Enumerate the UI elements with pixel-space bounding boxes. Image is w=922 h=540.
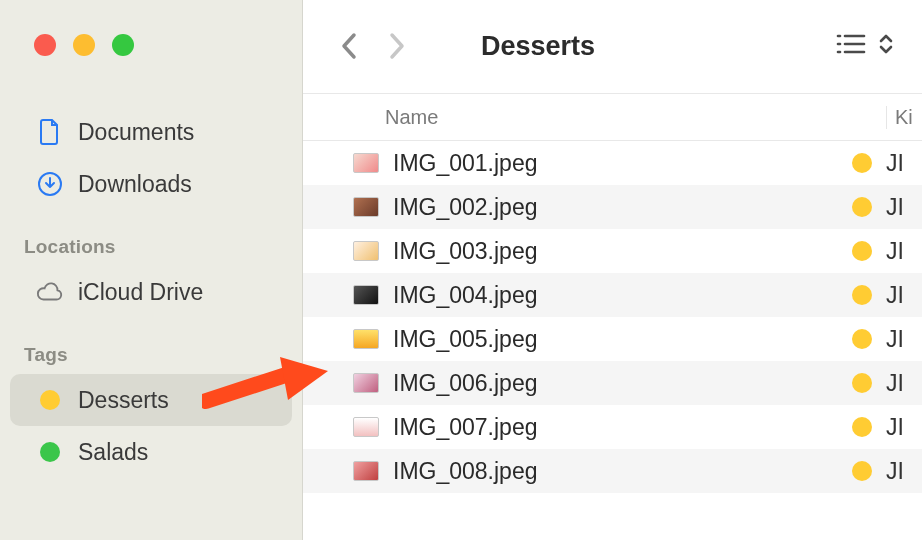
sidebar-item-downloads[interactable]: Downloads	[10, 158, 292, 210]
file-row[interactable]: IMG_003.jpeg JI	[303, 229, 922, 273]
chevron-updown-icon	[878, 32, 894, 60]
toolbar: Desserts	[303, 0, 922, 93]
file-name: IMG_001.jpeg	[393, 150, 852, 177]
file-row[interactable]: IMG_005.jpeg JI	[303, 317, 922, 361]
sidebar-tag-desserts[interactable]: Desserts	[10, 374, 292, 426]
column-header-kind[interactable]: Ki	[886, 106, 922, 129]
tag-dot-icon	[36, 438, 64, 466]
file-name: IMG_008.jpeg	[393, 458, 852, 485]
file-kind: JI	[886, 194, 922, 221]
thumbnail-icon	[353, 153, 379, 173]
forward-button[interactable]	[379, 26, 415, 66]
file-row[interactable]: IMG_001.jpeg JI	[303, 141, 922, 185]
tag-dot-icon	[852, 241, 872, 261]
window-title: Desserts	[481, 31, 595, 62]
file-row[interactable]: IMG_006.jpeg JI	[303, 361, 922, 405]
file-name: IMG_007.jpeg	[393, 414, 852, 441]
file-name: IMG_002.jpeg	[393, 194, 852, 221]
file-kind: JI	[886, 150, 922, 177]
main-pane: Desserts Name Ki IMG_001.jpeg JI	[303, 0, 922, 540]
file-kind: JI	[886, 414, 922, 441]
tag-dot-icon	[852, 285, 872, 305]
thumbnail-icon	[353, 329, 379, 349]
sidebar-item-label: Salads	[78, 439, 148, 466]
thumbnail-icon	[353, 373, 379, 393]
finder-window: Documents Downloads Locations iCloud Dri…	[0, 0, 922, 540]
thumbnail-icon	[353, 197, 379, 217]
sidebar-item-label: Documents	[78, 119, 194, 146]
column-header-name[interactable]: Name	[303, 106, 886, 129]
sidebar-item-label: Downloads	[78, 171, 192, 198]
download-icon	[36, 170, 64, 198]
thumbnail-icon	[353, 417, 379, 437]
sidebar-item-documents[interactable]: Documents	[10, 106, 292, 158]
tag-dot-icon	[852, 153, 872, 173]
sidebar-item-label: iCloud Drive	[78, 279, 203, 306]
file-kind: JI	[886, 370, 922, 397]
file-row[interactable]: IMG_002.jpeg JI	[303, 185, 922, 229]
list-view-icon	[836, 33, 866, 59]
tag-dot-icon	[852, 329, 872, 349]
file-kind: JI	[886, 326, 922, 353]
file-kind: JI	[886, 458, 922, 485]
sidebar-heading-locations: Locations	[0, 236, 302, 266]
thumbnail-icon	[353, 241, 379, 261]
file-row[interactable]: IMG_007.jpeg JI	[303, 405, 922, 449]
close-window-button[interactable]	[34, 34, 56, 56]
chevron-right-icon	[388, 32, 406, 60]
document-icon	[36, 118, 64, 146]
sidebar: Documents Downloads Locations iCloud Dri…	[0, 0, 303, 540]
file-list: IMG_001.jpeg JI IMG_002.jpeg JI IMG_003.…	[303, 141, 922, 493]
minimize-window-button[interactable]	[73, 34, 95, 56]
file-kind: JI	[886, 238, 922, 265]
column-header-row: Name Ki	[303, 93, 922, 141]
file-row[interactable]: IMG_004.jpeg JI	[303, 273, 922, 317]
tag-dot-icon	[852, 197, 872, 217]
file-name: IMG_006.jpeg	[393, 370, 852, 397]
tag-dot-icon	[36, 386, 64, 414]
tag-dot-icon	[852, 461, 872, 481]
tag-dot-icon	[852, 417, 872, 437]
sidebar-heading-tags: Tags	[0, 344, 302, 374]
file-row[interactable]: IMG_008.jpeg JI	[303, 449, 922, 493]
view-switcher[interactable]	[836, 32, 894, 60]
chevron-left-icon	[340, 32, 358, 60]
tag-dot-icon	[852, 373, 872, 393]
thumbnail-icon	[353, 285, 379, 305]
file-name: IMG_004.jpeg	[393, 282, 852, 309]
thumbnail-icon	[353, 461, 379, 481]
sidebar-item-label: Desserts	[78, 387, 169, 414]
file-name: IMG_005.jpeg	[393, 326, 852, 353]
sidebar-item-icloud-drive[interactable]: iCloud Drive	[10, 266, 292, 318]
back-button[interactable]	[331, 26, 367, 66]
zoom-window-button[interactable]	[112, 34, 134, 56]
cloud-icon	[36, 278, 64, 306]
file-name: IMG_003.jpeg	[393, 238, 852, 265]
sidebar-tag-salads[interactable]: Salads	[10, 426, 292, 478]
traffic-lights	[0, 0, 302, 56]
file-kind: JI	[886, 282, 922, 309]
